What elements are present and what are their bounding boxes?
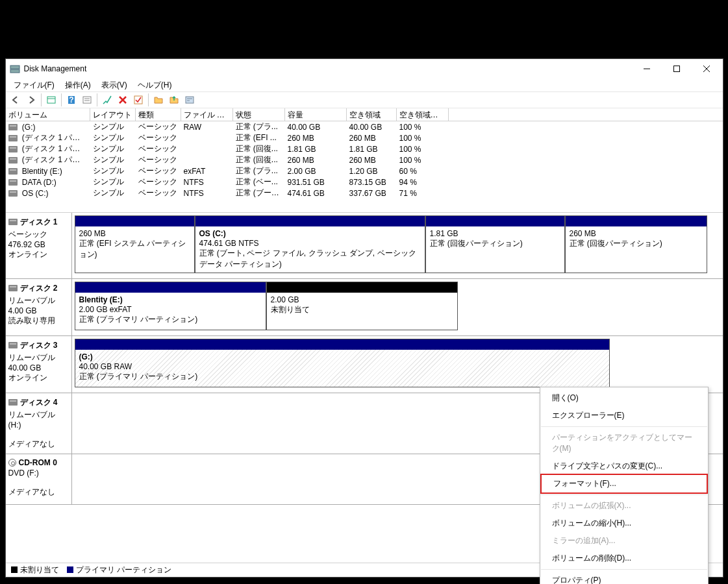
titlebar[interactable]: Disk Management (6, 59, 723, 79)
menu-view[interactable]: 表示(V) (96, 79, 132, 92)
cell-pct: 60 % (397, 167, 449, 176)
context-menu-item[interactable]: プロパティ(P) (540, 572, 708, 584)
minimize-button[interactable] (632, 59, 662, 79)
cell-pct: 100 % (397, 134, 449, 143)
disk-partitions: Blentity (E:)2.00 GB exFAT正常 (プライマリ パーティ… (72, 279, 723, 335)
partition-info: 1.81 GB正常 (回復パーティション) (426, 226, 564, 273)
cdrom-icon (8, 459, 16, 467)
forward-button[interactable] (24, 93, 38, 107)
cell-fs: NTFS (181, 189, 233, 198)
context-menu-item[interactable]: フォーマット(F)... (540, 474, 708, 494)
cell-free: 260 MB (347, 156, 397, 165)
cell-layout: シンプル (90, 121, 136, 132)
partition[interactable]: Blentity (E:)2.00 GB exFAT正常 (プライマリ パーティ… (75, 282, 266, 330)
menu-separator (541, 494, 707, 495)
col-status[interactable]: 状態 (233, 108, 285, 121)
disk-info[interactable]: ディスク 3リムーバブル40.00 GBオンライン (6, 336, 72, 393)
cell-layout: シンプル (90, 188, 136, 199)
cell-status: 正常 (EFI ... (233, 132, 285, 143)
partition-bar (75, 339, 609, 350)
partition[interactable]: OS (C:)474.61 GB NTFS正常 (ブート, ページ ファイル, … (195, 215, 425, 273)
context-menu-item[interactable]: 開く(O) (540, 389, 708, 407)
col-layout[interactable]: レイアウト (90, 108, 136, 121)
partition-info: 260 MB正常 (EFI システム パーティション) (75, 226, 194, 273)
table-row[interactable]: (ディスク 1 パーティシ...シンプルベーシック正常 (回復...1.81 G… (6, 143, 723, 154)
toolbar: ? (6, 91, 723, 108)
col-filesystem[interactable]: ファイル システム (181, 108, 233, 121)
cell-status: 正常 (プラ... (233, 165, 285, 176)
table-row[interactable]: (ディスク 1 パーティシ...シンプルベーシック正常 (EFI ...260 … (6, 132, 723, 143)
volume-icon (8, 157, 18, 164)
show-hide-button[interactable] (44, 93, 58, 107)
folder-icon[interactable] (151, 93, 166, 107)
toolbar-separator (41, 93, 42, 106)
cell-type: ベーシック (136, 154, 181, 165)
legend-unallocated: 未割り当て (11, 565, 59, 576)
context-menu-item[interactable]: ボリュームの縮小(H)... (540, 515, 708, 532)
settings-icon[interactable] (80, 93, 94, 107)
window-title: Disk Management (24, 64, 632, 73)
col-type[interactable]: 種類 (136, 108, 181, 121)
maximize-button[interactable] (662, 59, 692, 79)
disk-info[interactable]: ディスク 4リムーバブル (H:) メディアなし (6, 393, 72, 454)
context-menu-item[interactable]: エクスプローラー(E) (540, 407, 708, 424)
cell-volume: DATA (D:) (6, 178, 90, 187)
svg-rect-13 (134, 96, 142, 104)
partition[interactable]: 1.81 GB正常 (回復パーティション) (425, 215, 565, 273)
disk-info[interactable]: ディスク 1ベーシック476.92 GBオンライン (6, 213, 72, 278)
help-button[interactable]: ? (64, 93, 79, 107)
menu-separator (541, 426, 707, 427)
table-row[interactable]: Blentity (E:)シンプルベーシックexFAT正常 (プラ...2.00… (6, 165, 723, 176)
volume-icon (8, 168, 18, 175)
partition[interactable]: 260 MB正常 (EFI システム パーティション) (75, 215, 195, 273)
cell-volume: OS (C:) (6, 189, 90, 198)
cell-volume: (G:) (6, 123, 90, 132)
volume-icon (8, 190, 18, 197)
volume-icon (8, 179, 18, 186)
back-button[interactable] (8, 93, 23, 107)
cell-fs: NTFS (181, 178, 233, 187)
context-menu-item[interactable]: ボリュームの削除(D)... (540, 550, 708, 567)
table-row[interactable]: (G:)シンプルベーシックRAW正常 (プラ...40.00 GB40.00 G… (6, 121, 723, 132)
close-button[interactable] (692, 59, 722, 79)
cell-status: 正常 (回復... (233, 154, 285, 165)
table-row[interactable]: DATA (D:)シンプルベーシックNTFS正常 (ベー...931.51 GB… (6, 176, 723, 188)
export-icon[interactable] (167, 93, 181, 107)
menu-file[interactable]: ファイル(F) (8, 79, 60, 92)
menu-action[interactable]: 操作(A) (60, 79, 96, 92)
volume-list[interactable]: (G:)シンプルベーシックRAW正常 (プラ...40.00 GB40.00 G… (6, 121, 723, 212)
partition-info: 2.00 GB未割り当て (267, 293, 457, 330)
disk-row: ディスク 2リムーバブル4.00 GB読み取り専用Blentity (E:)2.… (6, 279, 723, 336)
toolbar-separator (61, 93, 62, 106)
cell-pct: 100 % (397, 156, 449, 165)
delete-button[interactable] (116, 93, 130, 107)
partition[interactable]: 2.00 GB未割り当て (266, 282, 458, 330)
cell-status: 正常 (回復... (233, 143, 285, 154)
partition[interactable]: (G:)40.00 GB RAW正常 (プライマリ パーティション) (75, 339, 610, 387)
properties-button[interactable] (182, 93, 197, 107)
cell-free: 873.15 GB (347, 178, 397, 187)
menu-help[interactable]: ヘルプ(H) (132, 79, 177, 92)
partition-bar (75, 216, 194, 226)
partition[interactable]: 260 MB正常 (回復パーティション) (565, 215, 707, 273)
col-freepct[interactable]: 空き領域の割... (397, 108, 449, 121)
cell-cap: 260 MB (285, 156, 347, 165)
context-menu-item[interactable]: ドライブ文字とパスの変更(C)... (540, 457, 708, 475)
table-row[interactable]: OS (C:)シンプルベーシックNTFS正常 (ブート...474.61 GB3… (6, 188, 723, 199)
volume-icon (8, 124, 18, 130)
disk-icon (8, 342, 18, 348)
disk-info[interactable]: ディスク 2リムーバブル4.00 GB読み取り専用 (6, 279, 72, 335)
col-volume[interactable]: ボリューム (6, 108, 90, 121)
cell-pct: 71 % (397, 189, 449, 198)
cell-fs: exFAT (181, 167, 233, 176)
table-row[interactable]: (ディスク 1 パーティシ...シンプルベーシック正常 (回復...260 MB… (6, 154, 723, 165)
refresh-button[interactable] (100, 93, 114, 107)
cell-layout: シンプル (90, 176, 136, 188)
disk-info[interactable]: CD-ROM 0DVD (F:) メディアなし (6, 454, 72, 504)
volume-list-header: ボリューム レイアウト 種類 ファイル システム 状態 容量 空き領域 空き領域… (6, 108, 723, 121)
col-free[interactable]: 空き領域 (347, 108, 397, 121)
col-capacity[interactable]: 容量 (285, 108, 347, 121)
cell-type: ベーシック (136, 121, 181, 132)
cell-free: 1.20 GB (347, 167, 397, 176)
check-button[interactable] (131, 93, 145, 107)
